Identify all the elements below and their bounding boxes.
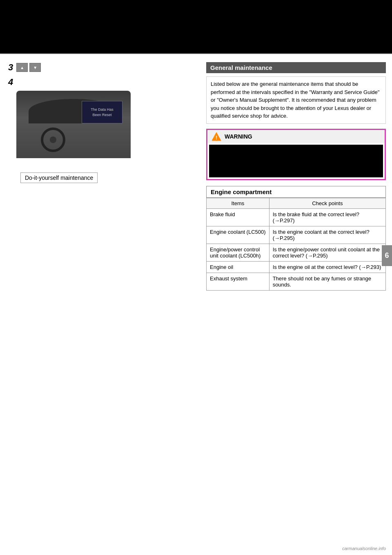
left-panel: 3 ▲ ▼ 4 The Data Has Been Reset — [0, 58, 200, 295]
bottom-area: carmanualsonline.info — [0, 522, 392, 555]
table-cell-check: Is the brake fluid at the correct level?… — [269, 208, 385, 226]
main-content: 3 ▲ ▼ 4 The Data Has Been Reset — [0, 54, 392, 295]
table-row: Engine coolant (LC500)Is the engine cool… — [207, 226, 386, 244]
table-row: Brake fluidIs the brake fluid at the cor… — [207, 208, 386, 226]
step3-row: 3 ▲ ▼ — [8, 62, 192, 73]
table-cell-check: There should not be any fumes or strange… — [269, 273, 385, 290]
chevron-up-icon: ▲ — [20, 65, 24, 70]
table-cell-item: Brake fluid — [207, 208, 270, 226]
page-number: 6 — [385, 251, 389, 260]
engine-maintenance-table: Items Check points Brake fluidIs the bra… — [206, 198, 386, 291]
chevron-down-icon: ▼ — [33, 65, 37, 70]
dashboard-image-wrapper: The Data Has Been Reset — [16, 91, 147, 172]
table-cell-item: Exhaust system — [207, 273, 270, 290]
warning-box: ! WARNING — [206, 129, 386, 180]
general-maintenance-header: General maintenance — [206, 62, 386, 73]
table-cell-check: Is the engine/power control unit coolant… — [269, 244, 385, 261]
table-cell-item: Engine/power control unit coolant (LC500… — [207, 244, 270, 261]
dashboard-illustration: The Data Has Been Reset — [16, 91, 131, 158]
nav-up-button[interactable]: ▲ — [16, 63, 28, 72]
top-bar — [0, 0, 392, 53]
warning-header: ! WARNING — [207, 130, 385, 143]
dashboard-screen: The Data Has Been Reset — [82, 101, 122, 123]
table-cell-item: Engine coolant (LC500) — [207, 226, 270, 244]
right-panel: General maintenance Listed below are the… — [200, 58, 392, 295]
page-number-tab: 6 — [382, 245, 392, 266]
col-check-header: Check points — [269, 198, 385, 208]
warning-label: WARNING — [225, 133, 252, 140]
table-row: Engine oilIs the engine oil at the corre… — [207, 261, 386, 273]
warning-body-content — [209, 145, 383, 177]
step4-number: 4 — [8, 77, 192, 87]
col-items-header: Items — [207, 198, 270, 208]
table-cell-check: Is the engine coolant at the correct lev… — [269, 226, 385, 244]
engine-compartment-header: Engine compartment — [206, 186, 386, 198]
table-cell-check: Is the engine oil at the correct level? … — [269, 261, 385, 273]
warning-triangle-icon: ! — [212, 132, 221, 141]
watermark-text: carmanualsonline.info — [342, 546, 386, 551]
step4-section: 4 The Data Has Been Reset Do-it-yourself… — [8, 77, 192, 183]
nav-down-button[interactable]: ▼ — [29, 63, 41, 72]
screen-text-line2: Been Reset — [92, 112, 111, 118]
steering-wheel-icon — [41, 128, 65, 152]
screen-text-line1: The Data Has — [91, 107, 114, 112]
svg-text:!: ! — [216, 134, 217, 141]
table-row: Engine/power control unit coolant (LC500… — [207, 244, 386, 261]
table-header-row: Items Check points — [207, 198, 386, 208]
diy-maintenance-label: Do-it-yourself maintenance — [20, 172, 98, 183]
step3-number: 3 — [8, 62, 13, 73]
table-cell-item: Engine oil — [207, 261, 270, 273]
table-row: Exhaust systemThere should not be any fu… — [207, 273, 386, 290]
general-maintenance-body: Listed below are the general maintenance… — [206, 76, 386, 124]
